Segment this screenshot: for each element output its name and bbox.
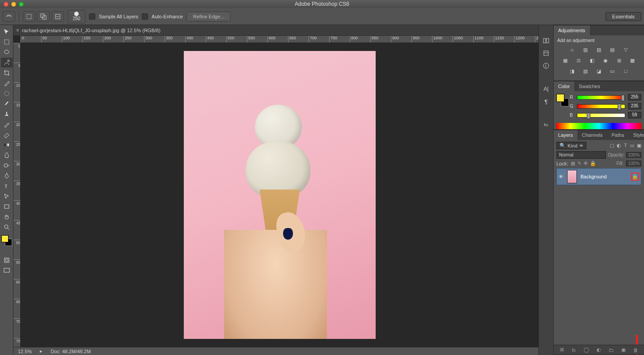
tab-adjustments[interactable]: Adjustments (554, 25, 590, 35)
new-layer-icon[interactable]: ▣ (621, 347, 626, 353)
crop-tool[interactable] (1, 68, 13, 78)
delete-layer-icon[interactable]: 🗑 (633, 347, 638, 353)
gradient-tool[interactable] (1, 140, 13, 150)
clone-stamp-tool[interactable] (1, 109, 13, 119)
foreground-color[interactable] (1, 235, 8, 242)
curves-icon[interactable]: ▨ (594, 46, 603, 54)
kuler-panel-icon[interactable]: ku (540, 120, 552, 130)
selection-add-icon[interactable] (37, 11, 50, 22)
foreground-chip[interactable] (556, 94, 564, 102)
gradient-map-icon[interactable]: ▭ (608, 67, 617, 75)
color-spectrum[interactable] (556, 123, 641, 129)
history-brush-tool[interactable] (1, 119, 13, 129)
zoom-window[interactable] (19, 2, 24, 7)
layer-lock-icon[interactable]: 🔒 (631, 173, 639, 181)
fill-adjust-icon[interactable]: ◐ (597, 347, 601, 353)
history-panel-icon[interactable] (540, 36, 552, 46)
b-slider[interactable] (577, 113, 625, 118)
hue-sat-icon[interactable]: ▦ (561, 56, 570, 64)
refine-edge-button[interactable]: Refine Edge... (186, 12, 231, 21)
threshold-icon[interactable]: ◪ (594, 67, 603, 75)
r-value[interactable]: 255 (628, 94, 641, 101)
tab-swatches[interactable]: Swatches (574, 81, 605, 91)
brightness-contrast-icon[interactable]: ☼ (568, 46, 576, 54)
brush-tool[interactable] (1, 99, 13, 109)
tab-channels[interactable]: Channels (577, 130, 607, 140)
brush-preset[interactable]: 250 (68, 10, 85, 23)
marquee-tool[interactable] (1, 37, 13, 47)
hand-tool[interactable] (1, 212, 13, 222)
auto-enhance-checkbox[interactable] (142, 13, 148, 20)
link-layers-icon[interactable]: ⌘ (559, 347, 564, 353)
selection-subtract-icon[interactable] (51, 11, 64, 22)
lock-paint-icon[interactable]: ✎ (577, 161, 581, 166)
properties-panel-icon[interactable] (540, 48, 552, 58)
filter-shape-icon[interactable]: ▭ (630, 143, 634, 148)
lock-position-icon[interactable]: ✥ (584, 161, 588, 166)
move-tool[interactable] (1, 27, 13, 37)
ruler-vertical[interactable]: 051015202530354045505560657075 (13, 43, 21, 347)
opacity-value[interactable]: 100% (626, 152, 641, 158)
layer-name[interactable]: Background (580, 174, 607, 179)
photo-filter-icon[interactable]: ◉ (601, 56, 610, 64)
zoom-level[interactable]: 12.5% (18, 349, 32, 354)
invert-icon[interactable]: ◨ (568, 67, 576, 75)
info-panel-icon[interactable]: i (540, 61, 552, 71)
ruler-horizontal[interactable]: 0501001502002503003504004505005506006507… (21, 36, 538, 43)
layer-filter-kind[interactable]: 🔍Kind≑ (556, 142, 586, 149)
canvas-viewport[interactable] (21, 43, 538, 347)
vibrance-icon[interactable]: ▽ (621, 46, 630, 54)
sample-all-layers-checkbox[interactable] (89, 13, 95, 20)
channel-mixer-icon[interactable]: ⊞ (614, 56, 623, 64)
selective-color-icon[interactable]: □ (621, 67, 630, 75)
color-swatches[interactable] (1, 235, 12, 246)
quick-mask-toggle[interactable] (1, 255, 13, 265)
dodge-tool[interactable] (1, 161, 13, 170)
character-panel-icon[interactable]: A| (540, 84, 552, 94)
tab-paths[interactable]: Paths (607, 130, 629, 140)
pen-tool[interactable] (1, 171, 13, 181)
fill-value[interactable]: 100% (626, 161, 641, 166)
type-tool[interactable]: T (1, 181, 13, 191)
color-balance-icon[interactable]: ⚖ (574, 56, 583, 64)
filter-smart-icon[interactable]: ▣ (637, 143, 641, 148)
paragraph-panel-icon[interactable]: ¶ (540, 97, 552, 106)
eraser-tool[interactable] (1, 130, 13, 139)
tab-color[interactable]: Color (554, 81, 574, 91)
bw-icon[interactable]: ◧ (588, 56, 597, 64)
g-slider[interactable] (577, 104, 625, 109)
path-selection-tool[interactable] (1, 191, 13, 201)
filter-type-icon[interactable]: T (624, 143, 627, 148)
exposure-icon[interactable]: ▤ (608, 46, 617, 54)
zoom-tool[interactable] (1, 222, 13, 232)
tool-preset-picker[interactable] (3, 11, 15, 22)
eyedropper-tool[interactable] (1, 78, 13, 88)
layer-row[interactable]: 👁 Background 🔒 (556, 168, 641, 185)
blur-tool[interactable] (1, 150, 13, 160)
screen-mode-toggle[interactable] (1, 266, 13, 275)
quick-selection-tool[interactable] (1, 58, 13, 68)
document-tab[interactable]: × rachael-gorjestani-HLt6jQLf_J0-unsplas… (16, 27, 161, 34)
layer-thumbnail[interactable] (567, 170, 577, 183)
close-tab-icon[interactable]: × (16, 27, 19, 34)
lasso-tool[interactable] (1, 47, 13, 57)
lock-transparent-icon[interactable]: ▦ (571, 161, 575, 166)
close-window[interactable] (4, 2, 8, 7)
filter-pixel-icon[interactable]: ▢ (610, 143, 614, 148)
layer-effects-icon[interactable]: fx (572, 347, 576, 353)
status-expand-icon[interactable]: ▸ (40, 348, 42, 354)
color-lookup-icon[interactable]: ▩ (628, 56, 637, 64)
workspace-switcher[interactable]: Essentials (606, 12, 641, 21)
visibility-toggle-icon[interactable]: 👁 (559, 174, 564, 179)
group-icon[interactable]: 🗀 (609, 347, 614, 353)
posterize-icon[interactable]: ▧ (581, 67, 590, 75)
tab-styles[interactable]: Styles (629, 130, 644, 140)
levels-icon[interactable]: ▥ (581, 46, 590, 54)
tab-layers[interactable]: Layers (554, 130, 577, 140)
blend-mode-select[interactable]: Normal (556, 151, 606, 159)
color-chip[interactable] (556, 94, 567, 105)
g-value[interactable]: 235 (628, 103, 641, 110)
r-slider[interactable] (577, 95, 625, 100)
b-value[interactable]: 59 (628, 112, 641, 118)
selection-new-icon[interactable] (23, 11, 35, 22)
